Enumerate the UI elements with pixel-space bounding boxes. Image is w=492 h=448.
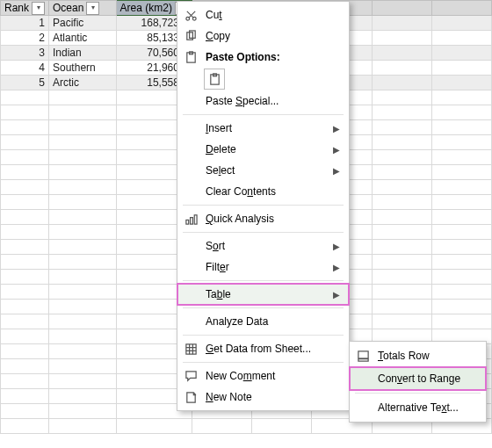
submenu-convert-to-range[interactable]: Convert to Range xyxy=(350,367,486,390)
col-header-ocean[interactable]: Ocean▾ xyxy=(49,1,117,16)
menu-separator xyxy=(183,280,344,281)
menu-filter[interactable]: Filter▶ xyxy=(177,257,349,278)
copy-icon xyxy=(183,28,199,44)
menu-sort[interactable]: Sort▶ xyxy=(177,235,349,257)
filter-dropdown-icon[interactable]: ▾ xyxy=(32,2,45,15)
menu-get-data[interactable]: Get Data from Sheet... xyxy=(177,338,349,359)
menu-cut[interactable]: Cut xyxy=(177,4,349,25)
spreadsheet-area: Rank▾ Ocean▾ Area (km2)▾ 1Pacific168,723… xyxy=(0,0,492,448)
totals-icon xyxy=(355,348,371,364)
menu-insert[interactable]: Insert▶ xyxy=(177,118,349,139)
get-data-icon xyxy=(183,341,199,357)
paste-default-icon[interactable] xyxy=(204,69,225,90)
quick-analysis-icon xyxy=(183,211,199,227)
menu-quick-analysis[interactable]: Quick Analysis xyxy=(177,208,349,229)
menu-clear-contents[interactable]: Clear Contents xyxy=(177,181,349,202)
menu-table[interactable]: Table▶ xyxy=(177,284,349,305)
svg-rect-10 xyxy=(194,214,197,223)
menu-separator xyxy=(183,335,344,336)
svg-rect-9 xyxy=(190,217,192,224)
menu-delete[interactable]: Delete▶ xyxy=(177,139,349,160)
col-header-blank[interactable] xyxy=(372,1,431,16)
svg-rect-8 xyxy=(185,220,188,224)
col-header-blank[interactable] xyxy=(431,1,491,16)
filter-dropdown-icon[interactable]: ▾ xyxy=(86,2,99,15)
menu-new-comment[interactable]: New Comment xyxy=(177,365,349,387)
cut-icon xyxy=(183,7,199,23)
submenu-alternative-text[interactable]: Alternative Text... xyxy=(350,396,486,419)
chevron-right-icon: ▶ xyxy=(333,166,340,176)
chevron-right-icon: ▶ xyxy=(333,242,340,251)
note-icon xyxy=(183,389,199,405)
chevron-right-icon: ▶ xyxy=(333,145,340,155)
svg-rect-11 xyxy=(185,343,195,353)
menu-separator xyxy=(183,114,344,115)
menu-new-note[interactable]: New Note xyxy=(177,387,349,408)
menu-copy[interactable]: Copy xyxy=(177,25,349,47)
menu-paste-special[interactable]: Paste Special... xyxy=(177,90,349,112)
menu-separator xyxy=(183,307,344,308)
svg-rect-12 xyxy=(358,350,367,360)
context-menu: Cut Copy Paste Options: Paste Special...… xyxy=(177,1,350,411)
col-header-rank[interactable]: Rank▾ xyxy=(1,1,49,16)
chevron-right-icon: ▶ xyxy=(333,263,340,272)
menu-separator xyxy=(183,362,344,363)
paste-icon xyxy=(183,49,199,65)
menu-analyze-data[interactable]: Analyze Data xyxy=(177,311,349,332)
menu-paste-options: Paste Options: xyxy=(177,47,349,68)
menu-separator xyxy=(355,393,481,394)
table-submenu: Totals Row Convert to Range Alternative … xyxy=(349,341,487,423)
comment-icon xyxy=(183,368,199,384)
paste-options-row xyxy=(177,68,349,90)
menu-separator xyxy=(183,232,344,233)
menu-select[interactable]: Select▶ xyxy=(177,160,349,181)
chevron-right-icon: ▶ xyxy=(333,124,340,134)
chevron-right-icon: ▶ xyxy=(333,290,340,300)
menu-separator xyxy=(183,205,344,206)
submenu-totals-row[interactable]: Totals Row xyxy=(350,344,486,367)
